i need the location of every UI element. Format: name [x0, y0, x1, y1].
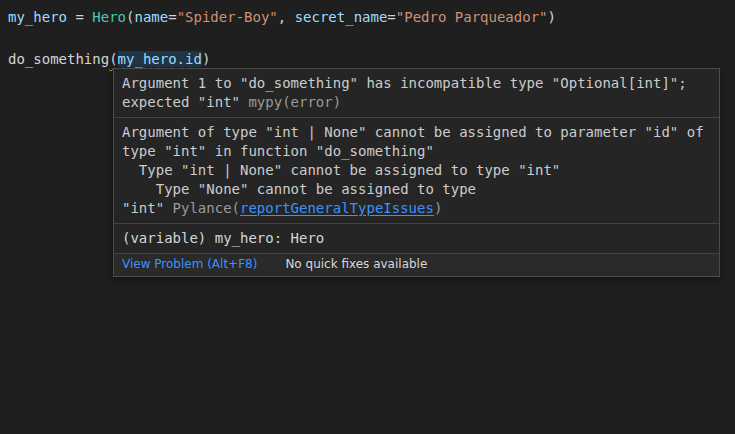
diagnostic-pylance: Argument of type "int | None" cannot be … — [114, 117, 719, 223]
paren-token: ) — [548, 9, 556, 25]
view-problem-link[interactable]: View Problem (Alt+F8) — [122, 257, 257, 272]
attribute-token: id — [185, 51, 202, 67]
mypy-message-line1: Argument 1 to "do_something" has incompa… — [122, 75, 687, 91]
pylance-message-line1: Argument of type "int | None" cannot be … — [122, 124, 704, 140]
dot-token: . — [177, 51, 185, 67]
warning-squiggle: (my_hero.id) — [109, 51, 210, 67]
pylance-message-line3: Type "int | None" cannot be assigned to … — [122, 162, 560, 178]
hover-definition: (variable) my_hero: Hero — [114, 223, 719, 253]
code-line-3[interactable]: do_something(my_hero.id) — [8, 49, 735, 70]
operator-token: = — [387, 9, 395, 25]
variable-definition-text: (variable) my_hero: Hero — [122, 230, 324, 246]
mypy-message-line2: expected "int" — [122, 94, 248, 110]
class-token: Hero — [92, 9, 126, 25]
hover-tooltip: Argument 1 to "do_something" has incompa… — [113, 68, 720, 277]
string-token: "Spider-Boy" — [177, 9, 278, 25]
operator-token: = — [168, 9, 176, 25]
paren-token: ( — [109, 51, 117, 67]
pylance-message-line5: "int" — [122, 200, 173, 216]
operator-token: = — [67, 9, 92, 25]
param-token: name — [134, 9, 168, 25]
pylance-rule-link[interactable]: reportGeneralTypeIssues — [240, 200, 434, 216]
variable-token: my_hero — [118, 51, 177, 67]
param-token: secret_name — [295, 9, 388, 25]
pylance-source-label: Pylance( — [173, 200, 240, 216]
code-line-2-empty[interactable] — [8, 28, 735, 49]
error-squiggle-highlighted-arg[interactable]: my_hero.id — [118, 51, 202, 67]
mypy-source-label: mypy(error) — [248, 94, 341, 110]
pylance-message-line2: type "int" in function "do_something" — [122, 143, 434, 159]
pylance-message-line4: Type "None" cannot be assigned to type — [122, 181, 476, 197]
function-call-token: do_something — [8, 51, 109, 67]
pylance-source-paren: ) — [434, 200, 442, 216]
paren-token: ) — [202, 51, 210, 67]
code-line-1[interactable]: my_hero = Hero(name="Spider-Boy", secret… — [8, 7, 735, 28]
variable-token: my_hero — [8, 9, 67, 25]
diagnostic-mypy: Argument 1 to "do_something" has incompa… — [114, 69, 719, 117]
no-quick-fixes-label: No quick fixes available — [285, 257, 427, 272]
comma-token: , — [278, 9, 295, 25]
string-token: "Pedro Parqueador" — [396, 9, 548, 25]
hover-status-bar: View Problem (Alt+F8) No quick fixes ava… — [114, 253, 719, 276]
